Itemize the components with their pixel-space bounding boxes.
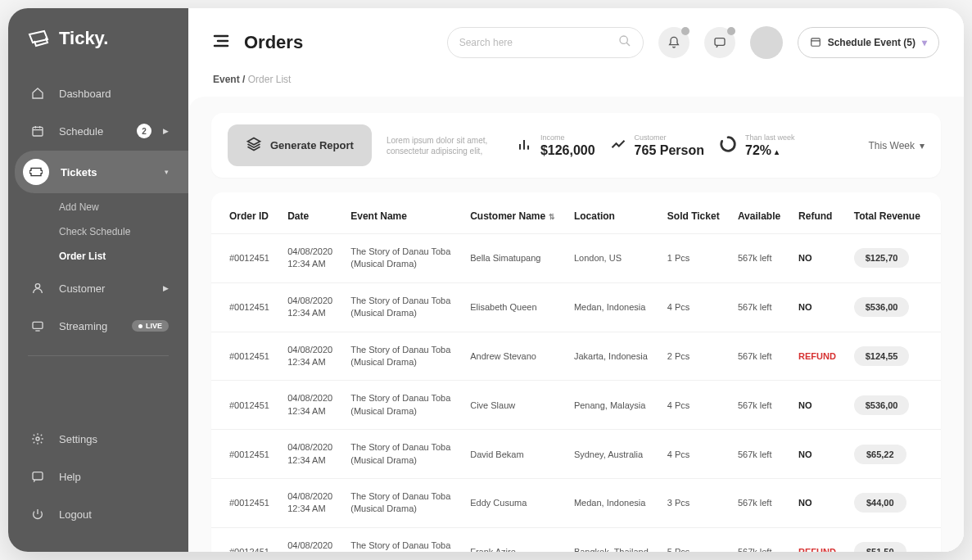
cell-date: 04/08/202012:34 AM (279, 381, 342, 430)
sub-add-new[interactable]: Add New (8, 195, 188, 219)
svg-rect-0 (33, 127, 43, 136)
svg-rect-14 (715, 38, 725, 46)
cell-revenue: $125,70 (846, 234, 941, 283)
stats-bar: Generate Report Lorem ipsum dolor sit am… (211, 113, 941, 178)
sort-icon: ⇅ (549, 213, 555, 221)
cell-refund: NO (790, 234, 846, 283)
avatar[interactable] (750, 26, 783, 59)
table-row[interactable]: #001245104/08/202012:34 AMThe Story of D… (211, 430, 941, 479)
page-title: Orders (244, 32, 303, 53)
col-event[interactable]: Event Name (342, 199, 462, 234)
col-location[interactable]: Location (566, 199, 659, 234)
cell-event: The Story of Danau Toba(Musical Drama) (342, 332, 462, 381)
sidebar-item-logout[interactable]: Logout (8, 496, 188, 532)
messages-button[interactable] (704, 27, 735, 58)
sidebar-item-settings[interactable]: Settings (8, 421, 188, 457)
search-input[interactable] (459, 37, 612, 48)
cell-customer: David Bekam (462, 430, 566, 479)
table-header-row: Order ID Date Event Name Customer Name ⇅… (211, 199, 941, 234)
cell-revenue: $44,00 (846, 478, 941, 527)
table-row[interactable]: #001245104/08/202012:34 AMThe Story of D… (211, 478, 941, 527)
generate-report-button[interactable]: Generate Report (228, 124, 372, 166)
chart-icon (516, 136, 532, 156)
col-available[interactable]: Available (730, 199, 790, 234)
trend-icon (610, 136, 626, 156)
cell-event: The Story of Danau Toba(Musical Drama) (342, 381, 462, 430)
sidebar-item-tickets[interactable]: Tickets ▾ (15, 151, 188, 193)
col-sold[interactable]: Sold Ticket (659, 199, 730, 234)
chevron-down-icon: ▾ (165, 168, 169, 176)
cell-order-id: #0012451 (211, 282, 279, 332)
sidebar-item-dashboard[interactable]: Dashboard (8, 75, 188, 111)
bottom-nav: Settings Help Logout (8, 421, 188, 532)
sidebar-divider (28, 355, 169, 356)
notifications-button[interactable] (658, 27, 689, 58)
logo[interactable]: Ticky. (8, 28, 188, 69)
col-refund[interactable]: Refund (790, 199, 846, 234)
cell-sold: 4 Pcs (659, 430, 730, 479)
progress-icon (719, 135, 737, 156)
sidebar: Ticky. Dashboard Schedule 2 ▶ Tickets ▾ … (8, 8, 188, 552)
sidebar-item-streaming[interactable]: Streaming LIVE (8, 308, 188, 344)
table-row[interactable]: #001245104/08/202012:34 AMThe Story of D… (211, 234, 941, 283)
sub-order-list[interactable]: Order List (8, 244, 188, 269)
col-customer[interactable]: Customer Name ⇅ (462, 199, 566, 234)
cell-available: 567k left (730, 381, 790, 430)
main-content: Orders Schedule Event (5) ▾ Event (188, 8, 964, 552)
sidebar-item-customer[interactable]: Customer ▶ (8, 270, 188, 306)
cell-date: 04/08/202012:34 AM (279, 234, 342, 283)
cell-location: Sydney, Australia (566, 430, 659, 479)
cell-date: 04/08/202012:34 AM (279, 478, 342, 527)
table-row[interactable]: #001245104/08/202012:34 AMThe Story of D… (211, 381, 941, 430)
cell-location: London, US (566, 234, 659, 283)
svg-line-13 (626, 43, 630, 46)
col-order-id[interactable]: Order ID (211, 199, 279, 234)
breadcrumb-root[interactable]: Event / (213, 74, 245, 85)
cell-customer: Elisabeth Queen (462, 282, 566, 332)
col-date[interactable]: Date (279, 199, 342, 234)
table-row[interactable]: #001245104/08/202012:34 AMThe Story of D… (211, 282, 941, 332)
cell-customer: Andrew Stevano (462, 332, 566, 381)
chevron-down-icon: ▾ (922, 37, 927, 48)
orders-table: Order ID Date Event Name Customer Name ⇅… (211, 199, 941, 552)
caret-up-icon: ▴ (775, 147, 779, 156)
period-dropdown[interactable]: This Week ▾ (869, 140, 925, 151)
search-icon (618, 34, 631, 51)
search-field[interactable] (447, 27, 644, 58)
topbar: Orders Schedule Event (5) ▾ (188, 8, 964, 69)
menu-toggle-icon[interactable] (213, 34, 229, 51)
cell-location: Penang, Malaysia (566, 381, 659, 430)
cell-sold: 1 Pcs (659, 234, 730, 283)
sidebar-item-schedule[interactable]: Schedule 2 ▶ (8, 113, 188, 149)
sub-check-schedule[interactable]: Check Schedule (8, 219, 188, 244)
col-revenue[interactable]: Total Revenue (846, 199, 941, 234)
svg-rect-5 (33, 322, 43, 328)
cell-sold: 2 Pcs (659, 332, 730, 381)
help-icon (28, 467, 47, 486)
schedule-badge: 2 (137, 124, 151, 138)
cell-revenue: $65,22 (846, 430, 941, 479)
cell-refund: NO (790, 430, 846, 479)
tickets-submenu: Add New Check Schedule Order List (8, 195, 188, 269)
cell-event: The Story of Danau Toba(Musical Drama) (342, 478, 462, 527)
stat-customer: Customer 765 Person (610, 133, 704, 158)
schedule-event-button[interactable]: Schedule Event (5) ▾ (798, 27, 939, 58)
content-area: Generate Report Lorem ipsum dolor sit am… (188, 97, 964, 552)
cell-order-id: #0012451 (211, 234, 279, 283)
cell-available: 567k left (730, 234, 790, 283)
stream-icon (28, 316, 47, 336)
cell-event: The Story of Danau Toba(Musical Drama) (342, 234, 462, 283)
svg-point-4 (35, 284, 39, 288)
table-row[interactable]: #001245104/08/202012:34 AMThe Story of D… (211, 527, 941, 552)
cell-available: 567k left (730, 430, 790, 479)
cell-date: 04/08/202012:34 AM (279, 430, 342, 479)
main-nav: Dashboard Schedule 2 ▶ Tickets ▾ Add New… (8, 75, 188, 344)
app-window: Ticky. Dashboard Schedule 2 ▶ Tickets ▾ … (8, 8, 964, 552)
table-row[interactable]: #001245104/08/202012:34 AMThe Story of D… (211, 332, 941, 381)
sidebar-item-help[interactable]: Help (8, 458, 188, 495)
chevron-right-icon: ▶ (163, 127, 169, 135)
cell-customer: Bella Simatupang (462, 234, 566, 283)
cell-event: The Story of Danau Toba(Musical Drama) (342, 282, 462, 332)
orders-table-card: Order ID Date Event Name Customer Name ⇅… (211, 192, 941, 552)
cell-customer: Frank Azire (462, 527, 566, 552)
